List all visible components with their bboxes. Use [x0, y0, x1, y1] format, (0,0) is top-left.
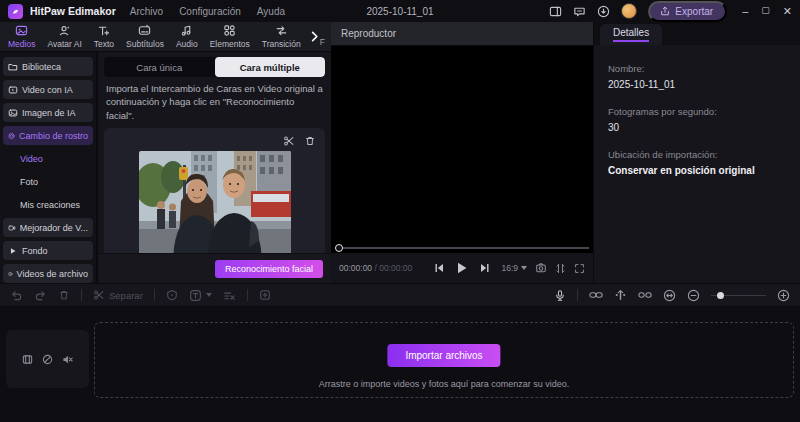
tab-medios[interactable]: Medios	[2, 22, 41, 51]
sidebar-item-cambio-de-rostro[interactable]: Cambio de rostro	[3, 126, 93, 145]
zoom-in-button[interactable]	[777, 289, 790, 302]
tab-subtitulos[interactable]: Subtítulos	[120, 22, 170, 51]
sidebar-item-fondo[interactable]: Fondo	[3, 241, 93, 260]
caret-down-icon	[206, 293, 212, 297]
fit-timeline-button[interactable]	[663, 289, 676, 302]
zoom-out-button[interactable]	[687, 289, 700, 302]
toolbar-divider	[577, 289, 578, 301]
text-tool-dropdown[interactable]	[189, 289, 212, 302]
sidebar-item-mejorador-de-video[interactable]: Mejorador de V...	[3, 218, 93, 237]
seek-handle[interactable]	[335, 244, 343, 252]
subtitles-icon	[138, 24, 151, 37]
player-title: Reproductor	[341, 28, 396, 39]
track-header	[6, 330, 89, 388]
sticker-shield-icon[interactable]	[166, 289, 178, 301]
sidebar-item-imagen-de-ia[interactable]: Imagen de IA	[3, 103, 93, 122]
sidebar: Biblioteca Video con IA Imagen de IA Cam…	[0, 52, 96, 283]
sidebar-label: Video	[20, 154, 43, 164]
freeze-frame-icon[interactable]	[259, 289, 271, 301]
video-enhancer-icon	[8, 223, 16, 233]
seek-bar[interactable]	[331, 243, 593, 253]
tab-cara-unica[interactable]: Cara única	[104, 57, 215, 77]
source-video-thumbnail[interactable]	[139, 151, 291, 259]
previous-frame-icon[interactable]	[435, 263, 444, 273]
play-triangle-icon	[8, 246, 18, 256]
toolbar-divider	[247, 289, 248, 301]
delete-button[interactable]	[58, 289, 70, 301]
fullscreen-icon[interactable]	[574, 263, 585, 274]
details-body: Nombre: 2025-10-11_01 Fotogramas por seg…	[594, 45, 800, 283]
tab-texto-label: Texto	[94, 39, 114, 49]
unlink-clips-button[interactable]	[638, 289, 652, 301]
microphone-button[interactable]	[554, 289, 566, 302]
ai-image-icon	[8, 108, 18, 118]
layout-icon[interactable]	[549, 5, 562, 18]
tab-elementos-label: Elementos	[210, 39, 250, 49]
details-tab-label: Detalles	[613, 27, 649, 42]
tab-texto[interactable]: Texto	[88, 22, 120, 51]
media-tabstrip: Medios Avatar AI Texto Subtítulos Audio …	[0, 22, 331, 52]
sidebar-subitem-mis-creaciones[interactable]: Mis creaciones	[3, 195, 93, 214]
maximize-button[interactable]: ▢	[761, 5, 770, 18]
toolbar-divider	[154, 289, 155, 301]
sidebar-item-videos-de-archivo[interactable]: Videos de archivo	[3, 264, 93, 283]
folder-icon	[8, 62, 18, 72]
next-frame-icon[interactable]	[480, 263, 489, 273]
close-button[interactable]: ✕	[783, 5, 792, 18]
track-thumbnail-icon[interactable]	[22, 354, 33, 365]
undo-button[interactable]	[10, 289, 23, 302]
aspect-ratio-dropdown[interactable]: 16:9	[501, 263, 527, 273]
download-icon[interactable]	[597, 5, 610, 18]
user-avatar[interactable]	[621, 3, 637, 19]
feedback-icon[interactable]	[573, 5, 586, 18]
link-clips-button[interactable]	[589, 289, 603, 301]
media-dropzone[interactable]: Importar archivos Arrastre o importe vid…	[94, 322, 794, 398]
tabs-scroll-right-icon[interactable]	[309, 30, 320, 43]
transition-icon	[275, 24, 288, 37]
tab-elementos[interactable]: Elementos	[204, 22, 256, 51]
tab-audio[interactable]: Audio	[170, 22, 204, 51]
export-button[interactable]: Exportar	[648, 1, 727, 22]
split-button[interactable]: Separar	[93, 289, 143, 301]
video-viewport[interactable]	[331, 46, 593, 243]
snapshot-icon[interactable]	[535, 262, 547, 274]
hide-track-icon[interactable]	[42, 354, 53, 365]
trim-scissors-icon[interactable]	[283, 135, 295, 147]
player-header: Reproductor	[331, 22, 593, 46]
tab-detalles[interactable]: Detalles	[600, 24, 662, 45]
sidebar-item-biblioteca[interactable]: Biblioteca	[3, 57, 93, 76]
timeline-zoom-slider[interactable]	[711, 290, 766, 300]
zoom-slider-handle[interactable]	[717, 292, 724, 299]
redo-button[interactable]	[34, 289, 47, 302]
face-swap-icon	[8, 131, 15, 141]
minimize-button[interactable]: –	[742, 5, 748, 18]
sidebar-label: Mejorador de V...	[20, 223, 88, 233]
remove-subtitles-icon[interactable]	[223, 289, 236, 302]
mute-track-icon[interactable]	[62, 354, 73, 365]
import-files-button[interactable]: Importar archivos	[387, 344, 500, 367]
timecode: 00:00:00 / 00:00:00	[339, 263, 412, 273]
play-icon[interactable]	[457, 262, 467, 274]
tab-avatar-ai[interactable]: Avatar AI	[41, 22, 87, 51]
magnetic-timeline-button[interactable]	[614, 289, 627, 301]
field-label-nombre: Nombre:	[608, 63, 786, 74]
detach-player-icon[interactable]	[555, 263, 566, 274]
menu-configuracion[interactable]: Configuración	[179, 6, 241, 17]
sidebar-label: Mis creaciones	[20, 200, 80, 210]
delete-clip-icon[interactable]	[304, 135, 316, 147]
street-couple-photo	[139, 151, 291, 259]
face-swap-footer: Reconocimiento facial	[98, 253, 331, 283]
menu-ayuda[interactable]: Ayuda	[257, 6, 285, 17]
field-value-ubicacion: Conservar en posición original	[608, 165, 786, 176]
source-video-card[interactable]	[104, 128, 325, 267]
menu-archivo[interactable]: Archivo	[130, 6, 163, 17]
menubar: Archivo Configuración Ayuda	[130, 6, 285, 17]
tab-transicion[interactable]: Transición	[256, 22, 307, 51]
sidebar-item-video-con-ia[interactable]: Video con IA	[3, 80, 93, 99]
sidebar-label: Biblioteca	[22, 62, 61, 72]
sidebar-subitem-foto[interactable]: Foto	[3, 172, 93, 191]
tab-cara-multiple[interactable]: Cara múltiple	[215, 57, 326, 77]
sidebar-subitem-video[interactable]: Video	[3, 149, 93, 168]
sidebar-label: Imagen de IA	[22, 108, 76, 118]
face-recognition-button[interactable]: Reconocimiento facial	[215, 260, 323, 278]
